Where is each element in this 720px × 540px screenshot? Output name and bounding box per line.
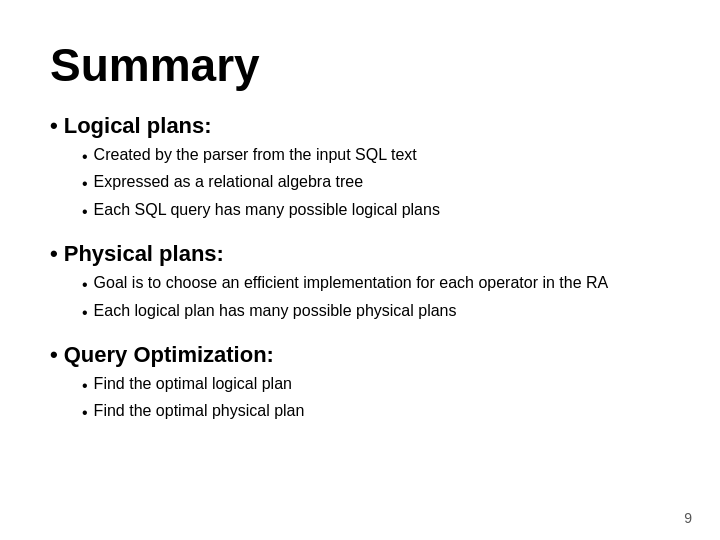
section-logical-items: • Created by the parser from the input S…	[50, 143, 670, 225]
list-item: • Each logical plan has many possible ph…	[82, 299, 670, 326]
section-physical-header: • Physical plans:	[50, 241, 670, 267]
sub-item-text: Goal is to choose an efficient implement…	[94, 271, 670, 296]
sub-item-text: Find the optimal physical plan	[94, 399, 670, 424]
section-logical-title: Logical plans:	[64, 113, 212, 139]
bullet-logical: •	[50, 113, 58, 139]
bullet-sub-icon: •	[82, 401, 88, 426]
section-logical-header: • Logical plans:	[50, 113, 670, 139]
bullet-sub-icon: •	[82, 301, 88, 326]
sub-item-text: Each logical plan has many possible phys…	[94, 299, 670, 324]
bullet-sub-icon: •	[82, 374, 88, 399]
slide: Summary • Logical plans: • Created by th…	[0, 0, 720, 540]
section-physical: • Physical plans: • Goal is to choose an…	[50, 241, 670, 326]
bullet-sub-icon: •	[82, 172, 88, 197]
list-item: • Find the optimal physical plan	[82, 399, 670, 426]
section-physical-items: • Goal is to choose an efficient impleme…	[50, 271, 670, 326]
bullet-sub-icon: •	[82, 273, 88, 298]
list-item: • Find the optimal logical plan	[82, 372, 670, 399]
slide-title: Summary	[50, 40, 670, 91]
sub-item-text: Each SQL query has many possible logical…	[94, 198, 670, 223]
section-optimization-header: • Query Optimization:	[50, 342, 670, 368]
list-item: • Created by the parser from the input S…	[82, 143, 670, 170]
content-area: • Logical plans: • Created by the parser…	[50, 113, 670, 510]
section-optimization-title: Query Optimization:	[64, 342, 274, 368]
list-item: • Goal is to choose an efficient impleme…	[82, 271, 670, 298]
sub-item-text: Find the optimal logical plan	[94, 372, 670, 397]
page-number: 9	[684, 510, 692, 526]
sub-item-text: Created by the parser from the input SQL…	[94, 143, 670, 168]
section-optimization-items: • Find the optimal logical plan • Find t…	[50, 372, 670, 427]
bullet-sub-icon: •	[82, 145, 88, 170]
bullet-optimization: •	[50, 342, 58, 368]
section-optimization: • Query Optimization: • Find the optimal…	[50, 342, 670, 427]
list-item: • Each SQL query has many possible logic…	[82, 198, 670, 225]
section-logical: • Logical plans: • Created by the parser…	[50, 113, 670, 225]
sub-item-text: Expressed as a relational algebra tree	[94, 170, 670, 195]
section-physical-title: Physical plans:	[64, 241, 224, 267]
bullet-physical: •	[50, 241, 58, 267]
list-item: • Expressed as a relational algebra tree	[82, 170, 670, 197]
bullet-sub-icon: •	[82, 200, 88, 225]
